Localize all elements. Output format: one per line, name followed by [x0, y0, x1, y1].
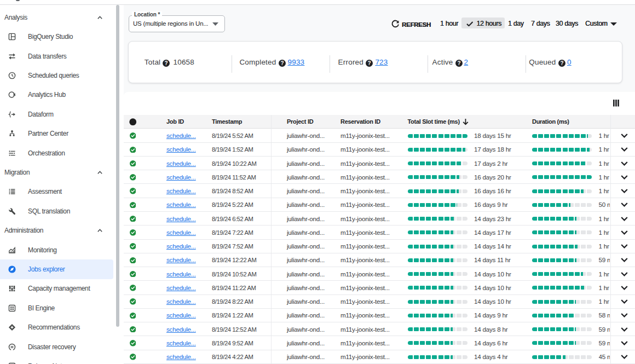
svg-text:?: ? [560, 60, 563, 66]
svg-text:?: ? [367, 60, 371, 66]
svg-text:?: ? [165, 60, 168, 66]
svg-text:?: ? [280, 60, 284, 66]
svg-text:?: ? [457, 60, 460, 66]
